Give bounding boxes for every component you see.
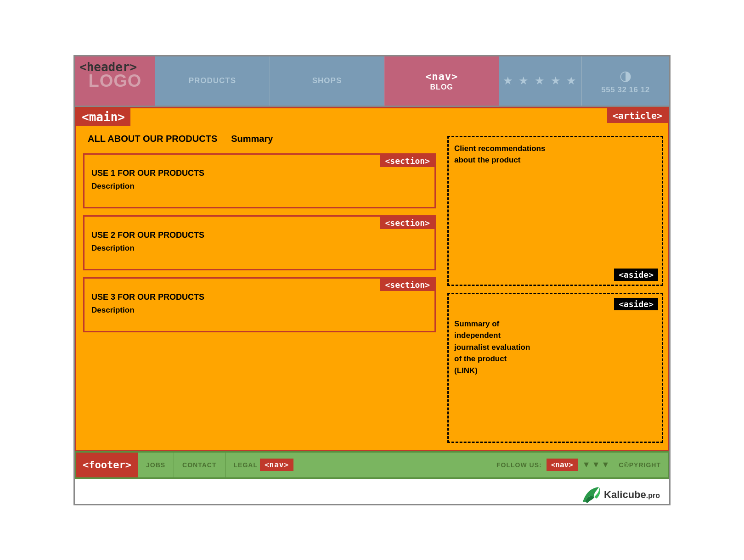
main-right: <article> Client recommendationsabout th… [443, 108, 668, 450]
phone-area: ◑ 555 32 16 12 [582, 56, 669, 106]
aside-2-tag: <aside> [614, 298, 658, 310]
article-tag: <article> [607, 108, 668, 123]
nav-item-blog[interactable]: <nav> BLOG [384, 56, 499, 106]
nav-item-shops[interactable]: SHOPS [270, 56, 385, 106]
kalicube-name: Kalicube.pro [604, 489, 660, 501]
stars-area: ★ ★ ★ ★ ★ [499, 56, 582, 106]
section-1: <section> USE 1 FOR OUR PRODUCTS Descrip… [83, 153, 436, 208]
footer-arrow-3: ▼ [602, 460, 610, 470]
footer-nav-tag: <nav> [260, 459, 293, 471]
nav-label-products: PRODUCTS [189, 76, 236, 85]
kalicube-bird-icon [581, 486, 601, 504]
follow-label: FOLLOW US: [496, 461, 542, 469]
footer-right: FOLLOW US: <nav> ▼ ▼ ▼ C©PYRIGHT [490, 459, 668, 471]
top-row-title: ALL ABOUT OUR PRODUCTS [88, 134, 217, 144]
section-1-title: USE 1 FOR OUR PRODUCTS [91, 168, 428, 178]
kalicube-branding: Kalicube.pro [75, 486, 669, 504]
nav-tag-nav: <nav> [425, 71, 458, 82]
header-nav: PRODUCTS SHOPS <nav> BLOG [155, 56, 499, 106]
footer-legal-label: LEGAL [234, 461, 258, 469]
footer-nav-contact[interactable]: CONTACT [174, 453, 225, 477]
section-3: <section> USE 3 FOR OUR PRODUCTS Descrip… [83, 277, 436, 332]
section-3-tag: <section> [380, 279, 434, 291]
copyright: C©PYRIGHT [619, 461, 661, 469]
footer-follow-nav-tag: <nav> [547, 459, 578, 471]
star-rating: ★ ★ ★ ★ ★ [503, 74, 578, 87]
aside-1: Client recommendationsabout the product … [447, 136, 663, 286]
footer-arrows: ▼ ▼ ▼ [582, 460, 609, 470]
header-label: <header> [79, 60, 137, 74]
top-row-summary: Summary [231, 134, 273, 144]
footer-nav-jobs[interactable]: JOBS [138, 453, 174, 477]
section-2-desc: Description [91, 244, 428, 253]
section-1-tag: <section> [380, 155, 434, 167]
footer: <footer> JOBS CONTACT LEGAL <nav> FOLLOW… [75, 451, 669, 479]
section-3-title: USE 3 FOR OUR PRODUCTS [91, 292, 428, 302]
aside-2-text: Summary ofindependentjournalist evaluati… [454, 318, 656, 377]
logo: LOGO [89, 71, 142, 91]
phone-number: 555 32 16 12 [601, 85, 649, 95]
footer-nav-left: JOBS CONTACT LEGAL <nav> [138, 453, 490, 477]
section-2: <section> USE 2 FOR OUR PRODUCTS Descrip… [83, 215, 436, 270]
aside-2: <aside> Summary ofindependentjournalist … [447, 293, 663, 443]
footer-jobs-label: JOBS [146, 461, 165, 469]
footer-label: <footer> [76, 453, 138, 477]
footer-arrow-1: ▼ [582, 460, 591, 470]
footer-contact-label: CONTACT [182, 461, 216, 469]
main: <main> ALL ABOUT OUR PRODUCTS Summary <s… [75, 107, 669, 451]
top-row: ALL ABOUT OUR PRODUCTS Summary [83, 131, 436, 153]
section-2-tag: <section> [380, 217, 434, 229]
header: <header> LOGO PRODUCTS SHOPS <nav> BLOG … [75, 56, 669, 107]
main-label: <main> [76, 108, 130, 126]
main-left: ALL ABOUT OUR PRODUCTS Summary <section>… [76, 108, 443, 450]
phone-icon: ◑ [620, 67, 631, 84]
footer-nav-legal[interactable]: LEGAL <nav> [225, 453, 303, 477]
aside-1-tag: <aside> [614, 269, 658, 281]
aside-1-text: Client recommendationsabout the product [454, 143, 656, 166]
section-2-title: USE 2 FOR OUR PRODUCTS [91, 230, 428, 240]
footer-arrow-2: ▼ [592, 460, 600, 470]
section-3-desc: Description [91, 306, 428, 315]
nav-label-blog: BLOG [430, 83, 453, 91]
nav-label-shops: SHOPS [312, 76, 342, 85]
section-1-desc: Description [91, 182, 428, 191]
nav-item-products[interactable]: PRODUCTS [155, 56, 270, 106]
